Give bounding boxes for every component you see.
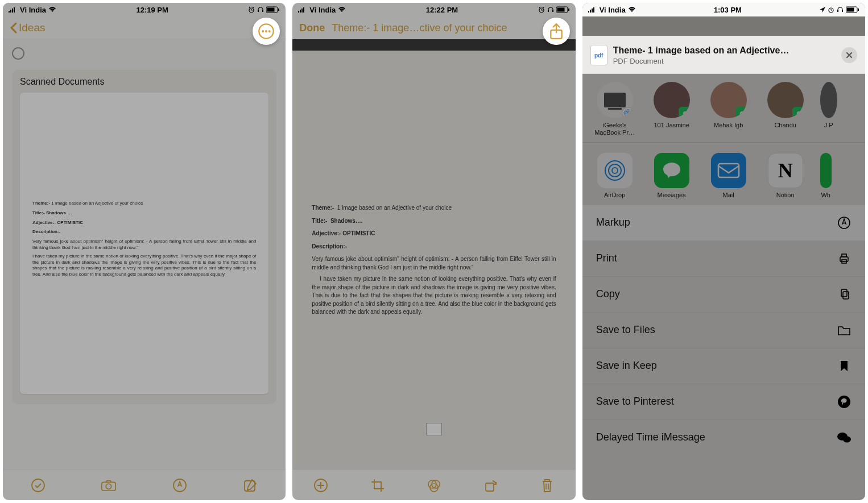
card-title: Scanned Documents	[20, 77, 268, 87]
doc-adj-value: OPTIMISTIC	[342, 230, 375, 236]
save-to-files-action[interactable]: Save to Files	[582, 313, 865, 348]
wifi-icon	[48, 7, 56, 13]
status-time: 1:03 PM	[714, 6, 742, 14]
save-to-pinterest-action[interactable]: Save to Pinterest	[582, 384, 865, 420]
svg-rect-0	[9, 11, 10, 13]
delayed-imessage-action[interactable]: Delayed Time iMessage	[582, 420, 865, 455]
checklist-icon[interactable]	[31, 478, 46, 493]
whatsapp-contact[interactable]: Chandu	[763, 82, 808, 136]
scanned-documents-card[interactable]: Scanned Documents Theme:- 1 image based …	[12, 70, 276, 404]
markup-icon[interactable]	[172, 478, 187, 493]
contact-name: 101 Jasmine	[654, 122, 689, 129]
contact-name: Chandu	[774, 122, 796, 129]
svg-rect-26	[303, 7, 304, 13]
page-thumbnail-indicator[interactable]	[426, 423, 442, 435]
battery-icon	[556, 6, 570, 13]
doc-adj-label: Adjective:-	[312, 230, 341, 236]
rotate-icon[interactable]	[483, 478, 498, 493]
filter-icon[interactable]	[427, 478, 441, 493]
doc-desc-label: Description:-	[32, 229, 60, 234]
svg-rect-6	[262, 10, 263, 12]
battery-icon	[846, 6, 859, 13]
svg-point-56	[663, 163, 680, 176]
doc-adj-label: Adjective:-	[32, 220, 56, 225]
action-label: Print	[596, 252, 617, 264]
document-page[interactable]: Theme:- 1 image based on an Adjective of…	[292, 51, 575, 469]
status-bar: Vi India 1:03 PM	[582, 3, 865, 16]
nav-bar: Ideas	[3, 16, 286, 39]
svg-rect-8	[267, 8, 275, 12]
avatar	[597, 82, 633, 118]
share-subtitle: PDF Document	[613, 57, 841, 65]
svg-rect-41	[590, 10, 591, 13]
document-thumbnail[interactable]: Theme:- 1 image based on an Adjective of…	[20, 93, 268, 394]
whatsapp-contact[interactable]: Mehak Igb	[706, 82, 751, 136]
svg-point-15	[262, 30, 264, 32]
status-time: 12:22 PM	[426, 6, 458, 14]
whatsapp-contact[interactable]: 101 Jasmine	[650, 82, 694, 136]
avatar	[710, 82, 747, 118]
headphones-icon	[837, 6, 844, 13]
actions-list: Markup Print Copy Save to Files Save in …	[582, 205, 865, 455]
action-label: Copy	[596, 288, 620, 300]
people-row[interactable]: iGeeks's MacBook Pr… 101 Jasmine Mehak I…	[582, 74, 865, 142]
screen-share-sheet: Vi India 1:03 PM pdf Theme- 1 image base…	[582, 3, 865, 500]
print-action[interactable]: Print	[582, 241, 865, 277]
svg-point-54	[609, 164, 621, 177]
whatsapp-app[interactable]: Wh	[820, 153, 832, 199]
app-name: Notion	[776, 192, 795, 199]
action-label: Save in Keep	[596, 360, 657, 372]
doc-desc-label: Description:-	[312, 243, 347, 250]
svg-rect-5	[258, 10, 259, 12]
whatsapp-contact[interactable]: J P	[820, 82, 837, 136]
svg-rect-43	[593, 7, 594, 13]
app-name: AirDrop	[604, 192, 625, 199]
svg-rect-24	[300, 10, 301, 13]
back-button[interactable]: Ideas	[10, 22, 45, 34]
selection-circle[interactable]	[12, 47, 24, 60]
airdrop-app[interactable]: AirDrop	[593, 153, 637, 199]
camera-icon[interactable]	[101, 478, 116, 493]
svg-rect-29	[552, 10, 553, 12]
signal-icon	[298, 7, 307, 13]
crop-icon[interactable]	[370, 478, 385, 493]
screen-notes-list: Vi India 12:19 PM Ideas	[3, 3, 286, 500]
action-label: Save to Files	[596, 324, 655, 336]
whatsapp-badge-icon	[679, 107, 690, 118]
save-in-keep-action[interactable]: Save in Keep	[582, 348, 865, 384]
messages-app[interactable]: Messages	[650, 153, 694, 199]
app-name: Mail	[723, 192, 734, 199]
mail-app[interactable]: Mail	[706, 153, 751, 199]
action-label: Delayed Time iMessage	[596, 431, 705, 443]
svg-rect-1	[10, 10, 11, 13]
close-button[interactable]	[841, 47, 857, 63]
svg-rect-46	[842, 10, 843, 12]
airdrop-contact[interactable]: iGeeks's MacBook Pr…	[593, 82, 637, 136]
contact-name: iGeeks's MacBook Pr…	[593, 122, 637, 136]
share-title: Theme- 1 image based on an Adjective…	[613, 45, 841, 56]
svg-rect-60	[842, 254, 846, 257]
carrier-label: Vi India	[309, 6, 336, 14]
share-sheet-body: iGeeks's MacBook Pr… 101 Jasmine Mehak I…	[582, 74, 865, 500]
done-button[interactable]: Done	[299, 22, 325, 34]
alarm-icon	[248, 6, 255, 13]
svg-point-17	[268, 30, 271, 32]
action-label: Save to Pinterest	[596, 396, 674, 408]
notion-app[interactable]: N Notion	[763, 153, 808, 199]
svg-point-20	[106, 484, 111, 489]
whatsapp-badge-icon	[735, 107, 747, 118]
compose-icon[interactable]	[243, 478, 258, 493]
svg-point-53	[612, 168, 618, 173]
document-title: Theme:- 1 image…ctive of your choice	[332, 22, 548, 34]
whatsapp-badge-icon	[792, 107, 804, 118]
svg-rect-9	[278, 9, 279, 11]
location-icon	[820, 7, 825, 13]
markup-action[interactable]: Markup	[582, 205, 865, 241]
folder-icon	[837, 323, 852, 338]
airdrop-badge-icon	[622, 107, 633, 118]
add-page-icon[interactable]	[313, 478, 328, 493]
svg-rect-45	[837, 10, 838, 12]
copy-action[interactable]: Copy	[582, 277, 865, 313]
trash-icon[interactable]	[540, 478, 555, 493]
apps-row[interactable]: AirDrop Messages Mail N Notion Wh	[582, 145, 865, 205]
